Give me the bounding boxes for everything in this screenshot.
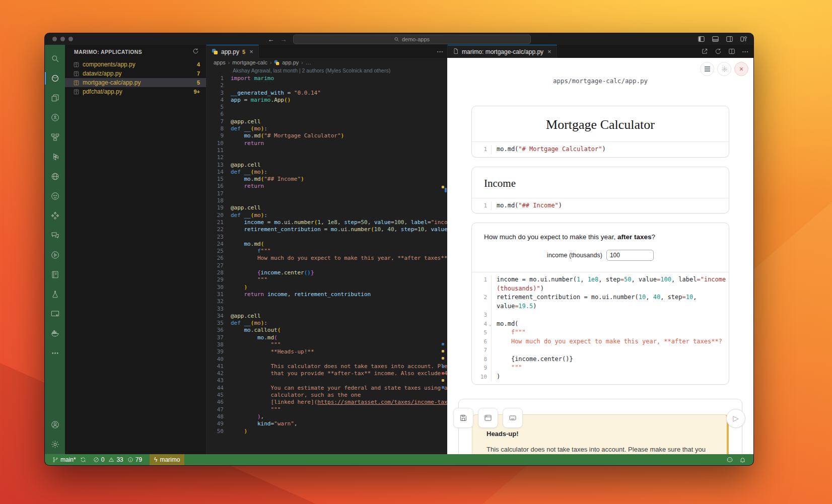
code-line[interactable]: 30 ) (206, 284, 447, 291)
code-line[interactable]: 24 mo.md( (206, 241, 447, 248)
toggle-secondary-sidebar-icon[interactable] (726, 35, 733, 43)
breadcrumb-item[interactable]: mortgage-calc (232, 59, 267, 65)
breadcrumb-item[interactable]: app.py (282, 59, 299, 65)
back-arrow-icon[interactable]: ← (268, 36, 274, 42)
run-app-button[interactable]: ▷ (726, 409, 745, 428)
menu-button[interactable] (700, 62, 714, 76)
code-line[interactable]: 9 mo.md("# Mortgage Calculator") (206, 132, 447, 139)
code-line[interactable]: 26 How much do you expect to make this y… (206, 255, 447, 262)
code-line[interactable]: 48 ), (206, 413, 447, 420)
activity-copy-icon[interactable] (45, 88, 65, 108)
breadcrumb-item[interactable]: … (306, 59, 311, 65)
save-button[interactable] (453, 408, 473, 428)
code-line[interactable]: 23 (206, 234, 447, 241)
cell-code[interactable]: 1income = mo.ui.number(1, 1e8, step=50, … (472, 272, 729, 384)
preview-code-line[interactable]: 3 (472, 311, 729, 320)
code-line[interactable]: 44 You can estimate your federal and sta… (206, 385, 447, 392)
close-window-icon[interactable] (52, 37, 57, 41)
tab-close-icon[interactable]: × (249, 48, 253, 55)
sidebar-item-pdfchat-app-py[interactable]: pdfchat/app.py9+ (65, 87, 206, 96)
refresh-icon[interactable] (192, 47, 199, 56)
activity-remote-window-icon[interactable] (45, 304, 65, 324)
traffic-lights[interactable] (52, 37, 73, 41)
code-line[interactable]: 47 """ (206, 406, 447, 413)
activity-notebook-icon[interactable] (45, 265, 65, 284)
preview-code-line[interactable]: 7 (472, 346, 729, 355)
code-line[interactable]: 4app = marimo.App() (206, 97, 447, 104)
activity-pieces-icon[interactable] (45, 206, 65, 226)
preview-code-line[interactable]: 6 How much do you expect to make this ye… (472, 337, 729, 346)
preview-code-line[interactable]: 1mo.md("# Mortgage Calculator") (472, 145, 729, 154)
activity-run-circle-icon[interactable] (45, 245, 65, 265)
tab-marimo-preview[interactable]: marimo: mortgage-calc/app.py × (448, 45, 557, 58)
code-line[interactable]: 43 (206, 377, 447, 384)
activity-docker-icon[interactable] (45, 324, 65, 343)
cell-code[interactable]: 1mo.md("# Mortgage Calculator") (472, 141, 729, 157)
keyboard-shortcuts-button[interactable] (503, 408, 523, 428)
code-line[interactable]: 39 **Heads-up!** (206, 348, 447, 355)
code-line[interactable]: 33 (206, 306, 447, 313)
activity-marimo-icon[interactable] (45, 68, 65, 88)
preview-code-line[interactable]: 1mo.md("## Income") (472, 201, 729, 210)
more-actions-icon[interactable]: ⋯ (742, 48, 748, 55)
code-line[interactable]: 37 mo.md( (206, 334, 447, 341)
cell-code[interactable]: 1mo.md("## Income") (472, 198, 729, 213)
tab-close-icon[interactable]: × (547, 48, 551, 55)
activity-github-icon[interactable] (45, 186, 65, 206)
code-line[interactable]: 22 retirement_contribution = mo.ui.numbe… (206, 226, 447, 233)
activity-settings-gear-icon[interactable] (45, 435, 65, 454)
toggle-panel-icon[interactable] (712, 35, 719, 43)
code-line[interactable]: 5 (206, 104, 447, 111)
sidebar-item-mortgage-calc-app-py[interactable]: mortgage-calc/app.py5 (65, 78, 206, 87)
code-line[interactable]: 8def __(mo): (206, 125, 447, 132)
code-line[interactable]: 21 income = mo.ui.number(1, 1e8, step=50… (206, 219, 447, 226)
code-line[interactable]: 42 that you provide **after-tax** income… (206, 370, 447, 377)
fold-icon[interactable]: ⌄ (489, 320, 492, 329)
code-line[interactable]: 32 (206, 298, 447, 305)
code-line[interactable]: 17 (206, 190, 447, 197)
preview-code-line[interactable]: 8 {income.center()} (472, 355, 729, 364)
toggle-sidebar-icon[interactable] (698, 35, 705, 43)
activity-org-chart-icon[interactable] (45, 127, 65, 147)
breadcrumb-item[interactable]: apps (214, 59, 226, 65)
forward-arrow-icon[interactable]: → (281, 36, 287, 42)
settings-button[interactable] (717, 62, 731, 76)
preview-code-line[interactable]: 1income = mo.ui.number(1, 1e8, step=50, … (472, 275, 729, 293)
code-line[interactable]: 29 """ (206, 276, 447, 283)
activity-account-icon[interactable] (45, 415, 65, 435)
code-line[interactable]: 11 (206, 147, 447, 154)
problems-item[interactable]: 0 33 79 (91, 454, 145, 465)
activity-test-flask-icon[interactable] (45, 284, 65, 304)
preview-code-line[interactable]: 5 f""" (472, 328, 729, 337)
code-line[interactable]: 46 [linked here](https://smartasset.com/… (206, 399, 447, 406)
income-number-input[interactable] (606, 250, 654, 261)
code-line[interactable]: 25 f""" (206, 248, 447, 255)
code-line[interactable]: 36 mo.callout( (206, 327, 447, 334)
code-line[interactable]: 27 (206, 262, 447, 269)
code-editor[interactable]: 1import marimo23__generated_with = "0.0.… (206, 74, 447, 454)
split-editor-icon[interactable] (728, 48, 735, 55)
code-line[interactable]: 16 return (206, 183, 447, 190)
code-line[interactable]: 14def __(mo): (206, 169, 447, 176)
git-branch-item[interactable]: main* (50, 454, 89, 465)
code-line[interactable]: 50 ) (206, 428, 447, 435)
code-line[interactable]: 49 kind="warn", (206, 420, 447, 427)
activity-globe-icon[interactable] (45, 167, 65, 186)
preview-code-line[interactable]: 9 """ (472, 364, 729, 373)
customize-layout-icon[interactable] (740, 35, 747, 43)
marimo-status-badge[interactable]: ϟ marimo (150, 454, 184, 465)
code-line[interactable]: 31 return income, retirement_contributio… (206, 291, 447, 298)
sidebar-item-components-app-py[interactable]: components/app.py4 (65, 60, 206, 69)
tab-app-py[interactable]: app.py 5 × (206, 45, 259, 58)
code-line[interactable]: 10 return (206, 140, 447, 147)
code-line[interactable]: 13@app.cell (206, 162, 447, 169)
code-line[interactable]: 18 (206, 197, 447, 204)
code-line[interactable]: 6 (206, 111, 447, 118)
open-external-icon[interactable] (701, 48, 708, 55)
code-line[interactable]: 45 calculator, such as the one (206, 392, 447, 399)
code-line[interactable]: 41 This calculator does not take taxes i… (206, 363, 447, 370)
shutdown-button[interactable]: × (734, 62, 748, 76)
zoom-window-icon[interactable] (68, 37, 73, 41)
code-line[interactable]: 40 (206, 356, 447, 363)
activity-terraform-icon[interactable] (45, 147, 65, 167)
